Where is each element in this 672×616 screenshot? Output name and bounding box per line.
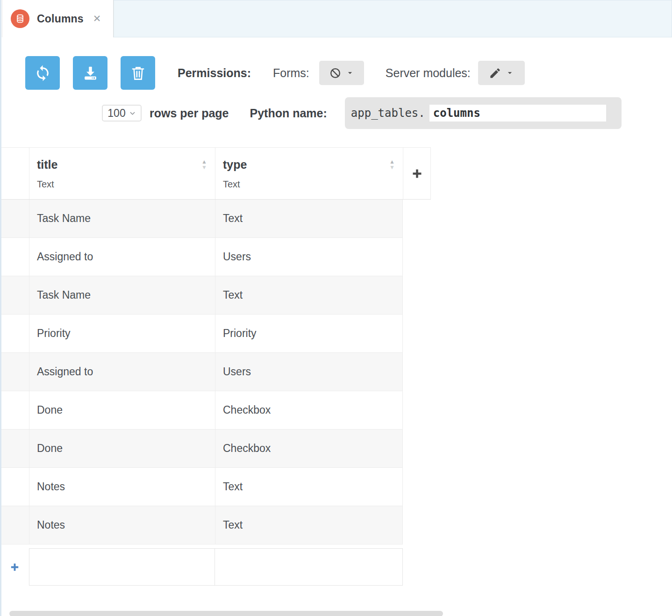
table-row: Assigned to Users: [0, 238, 403, 276]
new-cell-type[interactable]: [215, 549, 402, 585]
row-gutter: [0, 353, 29, 391]
download-icon: [82, 64, 99, 82]
chevron-down-icon: [506, 69, 514, 77]
tab-bar: [114, 0, 672, 37]
row-gutter: [0, 315, 29, 352]
left-panel-edge: [0, 0, 1, 616]
tab-title: Columns: [37, 13, 84, 25]
column-header-title[interactable]: title Text ▲ ▼: [29, 148, 215, 199]
column-type: Text: [37, 179, 215, 190]
ban-icon: [329, 67, 342, 79]
refresh-icon: [34, 64, 51, 82]
new-row: [0, 548, 403, 586]
table-row: Task Name Text: [0, 276, 403, 315]
forms-permission-dropdown[interactable]: [319, 61, 364, 85]
sort-control[interactable]: ▲ ▼: [389, 159, 395, 170]
table-body: Task Name Text Assigned to Users Task Na…: [0, 200, 403, 544]
column-name: type: [223, 158, 403, 172]
python-name-box: app_tables.: [345, 97, 622, 129]
cell-title[interactable]: Notes: [29, 468, 215, 506]
row-gutter: [0, 238, 29, 276]
table-row: Done Checkbox: [0, 391, 403, 430]
row-gutter: [0, 200, 29, 237]
cell-title[interactable]: Priority: [29, 315, 215, 352]
table-row: Task Name Text: [0, 200, 403, 238]
cell-title[interactable]: Done: [29, 430, 215, 467]
cell-type[interactable]: Checkbox: [215, 430, 403, 467]
new-cell-title[interactable]: [29, 549, 215, 585]
add-row-button[interactable]: [0, 548, 29, 586]
cell-title[interactable]: Assigned to: [29, 238, 215, 276]
trash-icon: [129, 64, 147, 82]
permissions-label: Permissions:: [178, 66, 251, 80]
python-name-label: Python name:: [250, 107, 327, 120]
python-name-input[interactable]: [429, 105, 606, 122]
cell-type[interactable]: Users: [215, 353, 403, 391]
cell-title[interactable]: Notes: [29, 506, 215, 544]
plus-icon: [411, 167, 423, 180]
python-name-prefix: app_tables.: [351, 107, 425, 120]
download-button[interactable]: [73, 56, 107, 90]
sort-control[interactable]: ▲ ▼: [201, 159, 207, 170]
new-row-cells: [29, 548, 403, 586]
add-column-button[interactable]: [403, 148, 431, 199]
table-row: Notes Text: [0, 506, 403, 544]
row-gutter: [0, 506, 29, 544]
column-type: Text: [223, 179, 403, 190]
horizontal-scrollbar[interactable]: [9, 611, 443, 616]
refresh-button[interactable]: [25, 56, 60, 90]
column-name: title: [37, 158, 215, 172]
sort-desc-icon: ▼: [201, 165, 207, 170]
chevron-down-icon: [129, 110, 136, 117]
cell-title[interactable]: Task Name: [29, 276, 215, 314]
delete-button[interactable]: [121, 56, 155, 90]
rows-per-page-value: 100: [107, 107, 125, 120]
cell-type[interactable]: Text: [215, 276, 403, 314]
tab-columns[interactable]: Columns ✕: [2, 0, 114, 37]
cell-type[interactable]: Text: [215, 200, 403, 237]
cell-title[interactable]: Task Name: [29, 200, 215, 237]
table-header-row: title Text ▲ ▼ type Text ▲ ▼: [0, 147, 431, 200]
rows-per-page-select[interactable]: 100: [102, 105, 142, 122]
columns-table: title Text ▲ ▼ type Text ▲ ▼ Task Name T…: [0, 147, 431, 586]
toolbar: Permissions: Forms: Server modules:: [25, 56, 525, 90]
toolbar-settings: 100 rows per page Python name: app_table…: [102, 97, 622, 129]
cell-type[interactable]: Text: [215, 468, 403, 506]
column-header-type[interactable]: type Text ▲ ▼: [215, 148, 403, 199]
table-row: Assigned to Users: [0, 353, 403, 391]
table-row: Done Checkbox: [0, 430, 403, 468]
cell-type[interactable]: Users: [215, 238, 403, 276]
table-row: Priority Priority: [0, 315, 403, 353]
row-gutter: [0, 430, 29, 467]
plus-icon: [9, 562, 20, 573]
rows-per-page-label: rows per page: [150, 107, 229, 120]
row-gutter: [0, 276, 29, 314]
close-icon[interactable]: ✕: [93, 13, 101, 24]
forms-label: Forms:: [273, 66, 309, 80]
cell-type[interactable]: Text: [215, 506, 403, 544]
database-icon: [11, 9, 29, 28]
server-modules-label: Server modules:: [386, 66, 471, 80]
cell-type[interactable]: Checkbox: [215, 391, 403, 429]
pencil-icon: [489, 67, 501, 79]
cell-type[interactable]: Priority: [215, 315, 403, 352]
sort-desc-icon: ▼: [389, 165, 395, 170]
row-gutter: [0, 468, 29, 506]
header-gutter: [0, 148, 29, 199]
table-row: Notes Text: [0, 468, 403, 506]
server-modules-permission-dropdown[interactable]: [478, 61, 525, 85]
row-gutter: [0, 391, 29, 429]
cell-title[interactable]: Assigned to: [29, 353, 215, 391]
chevron-down-icon: [346, 69, 354, 77]
cell-title[interactable]: Done: [29, 391, 215, 429]
